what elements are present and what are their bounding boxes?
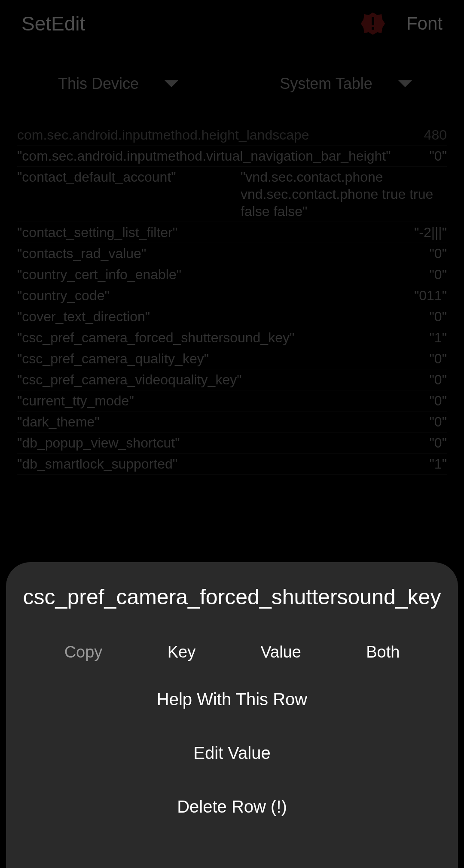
row-key: "db_smartlock_supported" — [17, 455, 177, 472]
header-right: Font — [361, 12, 443, 36]
row-value: "0" — [429, 147, 447, 164]
dialog-title: csc_pref_camera_forced_shuttersound_key — [19, 584, 445, 632]
table-row[interactable]: "cover_text_direction""0" — [17, 306, 447, 327]
table-row[interactable]: "dark_theme""0" — [17, 411, 447, 432]
row-key: "dark_theme" — [17, 413, 100, 430]
device-dropdown-label: This Device — [58, 75, 139, 93]
row-key: "csc_pref_camera_forced_shuttersound_key… — [17, 329, 292, 346]
chevron-down-icon — [165, 80, 178, 87]
table-row[interactable]: "country_code""011" — [17, 285, 447, 306]
table-row[interactable]: "csc_pref_camera_forced_shuttersound_key… — [17, 327, 447, 348]
row-key: "csc_pref_camera_videoquality_key" — [17, 371, 242, 388]
app-title: SetEdit — [21, 12, 85, 35]
warning-icon[interactable] — [361, 12, 385, 36]
device-dropdown[interactable]: This Device — [13, 69, 223, 99]
row-key: "csc_pref_camera_quality_key" — [17, 350, 209, 367]
table-row[interactable]: "current_tty_mode""0" — [17, 390, 447, 411]
row-value: "011" — [414, 287, 447, 304]
row-value: "0" — [429, 245, 447, 262]
svg-rect-1 — [372, 17, 374, 25]
row-value: "1" — [429, 455, 447, 472]
table-row[interactable]: "csc_pref_camera_videoquality_key""0" — [17, 369, 447, 390]
table-row[interactable]: "db_smartlock_supported""1" — [17, 454, 447, 475]
table-row[interactable]: com.sec.android.inputmethod.height_lands… — [17, 125, 447, 146]
row-value: 480 — [424, 126, 447, 143]
row-key: "db_popup_view_shortcut" — [17, 434, 180, 451]
copy-key-button[interactable]: Key — [168, 643, 195, 661]
table-dropdown-label: System Table — [280, 75, 372, 93]
row-key: "com.sec.android.inputmethod.virtual_nav… — [17, 147, 292, 164]
app-header: SetEdit Font — [0, 0, 464, 47]
copy-row: Copy Key Value Both — [19, 632, 445, 673]
row-value: "0" — [429, 308, 447, 325]
row-key: "contact_setting_list_filter" — [17, 224, 177, 241]
settings-table: com.sec.android.inputmethod.height_lands… — [0, 125, 464, 475]
svg-rect-2 — [372, 27, 374, 30]
context-dialog: csc_pref_camera_forced_shuttersound_key … — [6, 562, 458, 868]
table-row[interactable]: "csc_pref_camera_quality_key""0" — [17, 348, 447, 369]
row-key: "country_cert_info_enable" — [17, 266, 181, 283]
table-row[interactable]: "country_cert_info_enable""0" — [17, 264, 447, 285]
row-key: "contacts_rad_value" — [17, 245, 146, 262]
copy-both-button[interactable]: Both — [366, 643, 400, 661]
table-row[interactable]: "contacts_rad_value""0" — [17, 243, 447, 264]
row-key: "contact_default_account" — [17, 168, 176, 220]
row-value: "0" — [429, 434, 447, 451]
chevron-down-icon — [398, 80, 412, 87]
delete-row-button[interactable]: Delete Row (!) — [19, 780, 445, 834]
row-value: "0" — [429, 371, 447, 388]
table-row[interactable]: "contact_setting_list_filter""-2|||" — [17, 222, 447, 243]
row-key: "country_code" — [17, 287, 110, 304]
edit-value-button[interactable]: Edit Value — [19, 726, 445, 780]
row-value: "0" — [429, 266, 447, 283]
table-row[interactable]: "db_popup_view_shortcut""0" — [17, 432, 447, 454]
row-value: "0" — [429, 413, 447, 430]
dropdown-row: This Device System Table — [0, 47, 464, 112]
row-key: com.sec.android.inputmethod.height_lands… — [17, 126, 292, 143]
row-value: "vnd.sec.contact.phone vnd.sec.contact.p… — [241, 168, 447, 220]
row-value: "-2|||" — [414, 224, 447, 241]
copy-label: Copy — [64, 643, 103, 661]
table-row[interactable]: "contact_default_account""vnd.sec.contac… — [17, 167, 447, 222]
help-row-button[interactable]: Help With This Row — [19, 673, 445, 726]
row-key: "current_tty_mode" — [17, 392, 134, 409]
table-row[interactable]: "com.sec.android.inputmethod.virtual_nav… — [17, 146, 447, 167]
font-button[interactable]: Font — [406, 13, 443, 34]
table-dropdown[interactable]: System Table — [241, 69, 451, 99]
copy-value-button[interactable]: Value — [260, 643, 301, 661]
row-value: "1" — [429, 329, 447, 346]
row-value: "0" — [429, 392, 447, 409]
row-key: "cover_text_direction" — [17, 308, 150, 325]
row-value: "0" — [429, 350, 447, 367]
